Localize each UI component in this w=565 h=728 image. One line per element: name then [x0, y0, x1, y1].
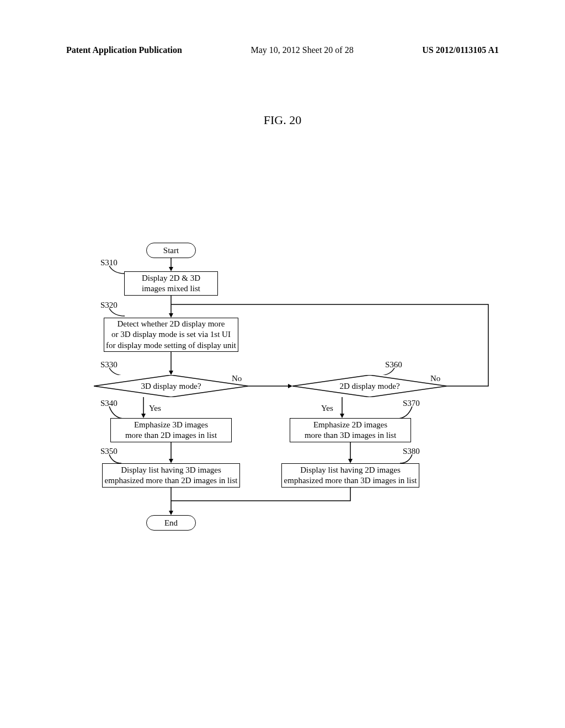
end-terminator: End — [146, 515, 196, 531]
arrow-start-s310 — [170, 258, 172, 271]
process-s340-text: Emphasize 3D images more than 2D images … — [125, 420, 217, 441]
leader-s320 — [109, 308, 126, 317]
arrow-s340-s350 — [170, 442, 172, 463]
process-s350: Display list having 3D images emphasized… — [102, 463, 240, 488]
process-s310: Display 2D & 3D images mixed list — [124, 271, 218, 296]
svg-marker-17 — [348, 459, 353, 463]
process-s310-text: Display 2D & 3D images mixed list — [142, 273, 200, 295]
arrow-s360-loop — [171, 302, 491, 388]
edge-s360-yes: Yes — [321, 404, 333, 413]
process-s380-text: Display list having 2D images emphasized… — [284, 465, 417, 486]
figure-title: FIG. 20 — [264, 113, 301, 127]
arrow-s360-s370 — [341, 397, 343, 418]
arrow-s350-end — [170, 488, 172, 515]
start-label: Start — [163, 246, 179, 255]
svg-marker-15 — [169, 459, 173, 463]
leader-s310 — [109, 266, 126, 275]
process-s350-text: Display list having 3D images emphasized… — [105, 465, 238, 486]
arrow-s330-s340 — [142, 397, 145, 418]
edge-s330-yes: Yes — [149, 404, 161, 413]
svg-marker-1 — [169, 267, 173, 271]
svg-marker-11 — [141, 414, 146, 418]
process-s370-text: Emphasize 2D images more than 3D images … — [305, 420, 396, 441]
process-s380: Display list having 2D images emphasized… — [281, 463, 419, 488]
flowchart: Start S310 Display 2D & 3D images mixed … — [94, 243, 491, 607]
end-label: End — [164, 518, 178, 528]
page-header: Patent Application Publication May 10, 2… — [0, 45, 565, 55]
svg-marker-13 — [340, 414, 344, 418]
process-s340: Emphasize 3D images more than 2D images … — [110, 418, 232, 442]
start-terminator: Start — [146, 243, 196, 258]
process-s370: Emphasize 2D images more than 3D images … — [290, 418, 411, 442]
arrow-s380-join — [171, 488, 352, 503]
arrow-s370-s380 — [349, 442, 351, 463]
header-left: Patent Application Publication — [66, 45, 182, 55]
svg-marker-19 — [169, 511, 173, 515]
header-center: May 10, 2012 Sheet 20 of 28 — [250, 45, 353, 55]
header-right: US 2012/0113105 A1 — [422, 45, 499, 55]
